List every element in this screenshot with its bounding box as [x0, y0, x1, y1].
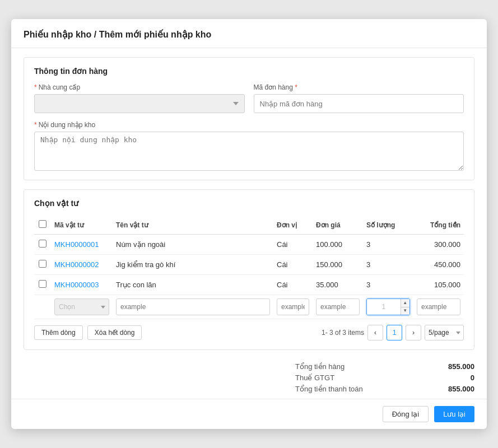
material-code-link[interactable]: MKH0000001 [54, 240, 99, 249]
row-checkbox-cell [34, 235, 51, 255]
row-qty: 3 [363, 235, 413, 255]
order-code-input[interactable] [254, 94, 464, 113]
subtotal-value: 855.000 [448, 362, 474, 371]
header-don-vi: Đơn vị [273, 216, 313, 235]
header-ma-vat-tu: Mã vật tư [51, 216, 113, 235]
supplier-label: *Nhà cung cấp [34, 83, 245, 91]
new-row-price-input[interactable] [316, 298, 360, 315]
header-checkbox-cell [34, 216, 51, 235]
tax-value: 0 [471, 374, 474, 382]
row-checkbox[interactable] [39, 240, 46, 248]
page-size-select[interactable]: 5/page 10/page 20/page [425, 325, 464, 340]
row-code: MKH0000001 [51, 235, 113, 255]
delete-rows-button[interactable]: Xóa hết dòng [87, 325, 142, 340]
close-button[interactable]: Đóng lại [383, 406, 429, 422]
row-name: Trục con lăn [113, 275, 273, 295]
subtotal-label: Tổng tiền hàng [295, 362, 345, 371]
qty-increment-btn[interactable]: ▲ [401, 299, 409, 307]
order-code-group: Mã đơn hàng * [254, 83, 464, 113]
row-checkbox[interactable] [39, 280, 46, 288]
new-row-unit-cell [273, 295, 313, 319]
table-header-row: Mã vật tư Tên vật tư Đơn vị Đơn giá Số l… [34, 216, 464, 235]
supplier-select[interactable] [34, 94, 245, 113]
header-don-gia: Đơn giá [313, 216, 363, 235]
header-ten-vat-tu: Tên vật tư [113, 216, 273, 235]
row-qty: 3 [363, 275, 413, 295]
material-code-link[interactable]: MKH0000002 [54, 260, 99, 269]
save-button[interactable]: Lưu lại [434, 406, 474, 422]
row-price: 100.000 [313, 235, 363, 255]
row-total: 450.000 [413, 255, 464, 275]
new-row-name-cell [113, 295, 273, 319]
total-row: Tổng tiền thanh toán 855.000 [295, 385, 474, 393]
table-row: MKH0000003 Trục con lăn Cái 35.000 3 105… [34, 275, 464, 295]
total-label: Tổng tiền thanh toán [295, 385, 363, 393]
pagination-prev-btn[interactable]: ‹ [367, 325, 383, 340]
modal-container: Phiếu nhập kho / Thêm mới phiếu nhập kho… [11, 19, 487, 429]
summary-section: Tổng tiền hàng 855.000 Thuế GTGT 0 Tổng … [11, 359, 487, 399]
page-title: Phiếu nhập kho / Thêm mới phiếu nhập kho [24, 29, 474, 40]
row-total: 300.000 [413, 235, 464, 255]
tax-label: Thuế GTGT [295, 374, 334, 382]
pagination-page-btn[interactable]: 1 [387, 325, 402, 340]
row-unit: Cái [273, 255, 313, 275]
content-group: *Nội dung nhập kho [34, 121, 464, 171]
new-row-total-cell [413, 295, 464, 319]
row-qty: 3 [363, 255, 413, 275]
table-row: MKH0000002 Jig kiểm tra gò khí Cái 150.0… [34, 255, 464, 275]
new-row-name-input[interactable] [116, 298, 270, 315]
order-code-label: Mã đơn hàng * [254, 83, 464, 91]
row-unit: Cái [273, 235, 313, 255]
row-price: 150.000 [313, 255, 363, 275]
new-row-qty-cell: ▲ ▼ [363, 295, 413, 319]
materials-section: Chọn vật tư Mã vật tư Tên vật tư Đơn vị … [24, 189, 474, 350]
new-row-checkbox-cell [34, 295, 51, 319]
row-name: Jig kiểm tra gò khí [113, 255, 273, 275]
pagination-next-btn[interactable]: › [406, 325, 421, 340]
row-checkbox-cell [34, 255, 51, 275]
materials-title: Chọn vật tư [34, 199, 464, 208]
row-code: MKH0000003 [51, 275, 113, 295]
order-info-title: Thông tin đơn hàng [34, 67, 464, 76]
material-code-link[interactable]: MKH0000003 [54, 281, 99, 289]
qty-spinner-input[interactable] [367, 298, 401, 315]
new-row-price-cell [313, 295, 363, 319]
supplier-row: *Nhà cung cấp Mã đơn hàng * [34, 83, 464, 113]
supplier-required-mark: * [34, 83, 37, 91]
supplier-group: *Nhà cung cấp [34, 83, 245, 113]
modal-header: Phiếu nhập kho / Thêm mới phiếu nhập kho [11, 19, 487, 48]
row-total: 105.000 [413, 275, 464, 295]
content-textarea[interactable] [34, 132, 464, 171]
row-name: Núm vặn ngoài [113, 235, 273, 255]
spinner-buttons: ▲ ▼ [401, 299, 409, 315]
qty-decrement-btn[interactable]: ▼ [401, 307, 409, 315]
row-checkbox[interactable] [39, 260, 46, 268]
add-row-button[interactable]: Thêm dòng [34, 325, 83, 340]
pagination: 1- 3 of 3 items ‹ 1 › 5/page 10/page 20/… [322, 325, 464, 340]
modal-footer: Đóng lại Lưu lại [11, 399, 487, 429]
order-info-section: Thông tin đơn hàng *Nhà cung cấp Mã đơn … [24, 57, 474, 180]
row-unit: Cái [273, 275, 313, 295]
new-row: Chọn ▲ ▼ [34, 295, 464, 319]
header-so-luong: Số lượng [363, 216, 413, 235]
header-tong-tien: Tổng tiền [413, 216, 464, 235]
new-row-select-cell: Chọn [51, 295, 113, 319]
row-checkbox-cell [34, 275, 51, 295]
table-row: MKH0000001 Núm vặn ngoài Cái 100.000 3 3… [34, 235, 464, 255]
select-all-checkbox[interactable] [39, 220, 46, 228]
new-row-total-input[interactable] [417, 298, 460, 315]
new-row-unit-input[interactable] [277, 298, 309, 315]
total-value: 855.000 [448, 385, 474, 393]
table-toolbar: Thêm dòng Xóa hết dòng 1- 3 of 3 items ‹… [34, 325, 464, 340]
qty-spinner: ▲ ▼ [366, 298, 410, 315]
content-label: *Nội dung nhập kho [34, 121, 464, 129]
materials-table: Mã vật tư Tên vật tư Đơn vị Đơn giá Số l… [34, 216, 464, 319]
pagination-info-text: 1- 3 of 3 items [322, 329, 364, 337]
row-code: MKH0000002 [51, 255, 113, 275]
row-price: 35.000 [313, 275, 363, 295]
tax-row: Thuế GTGT 0 [295, 374, 474, 382]
new-row-select[interactable]: Chọn [54, 298, 109, 315]
subtotal-row: Tổng tiền hàng 855.000 [295, 362, 474, 371]
